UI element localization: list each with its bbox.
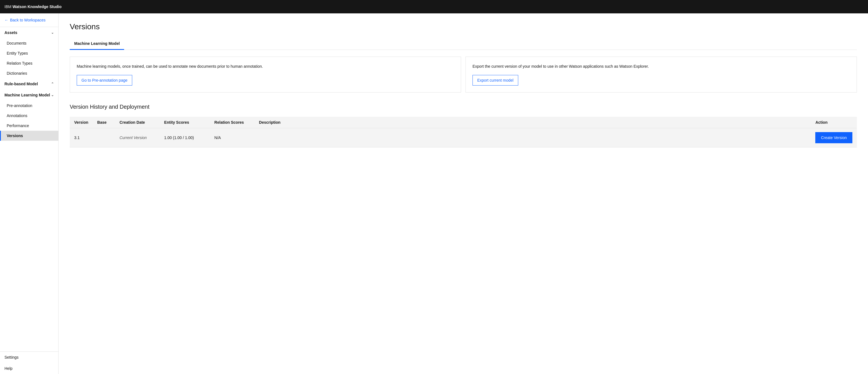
- sidebar-item-settings[interactable]: Settings: [0, 352, 58, 363]
- back-arrow-icon: ←: [4, 18, 8, 22]
- sidebar-bottom: Settings Help: [0, 351, 58, 374]
- sidebar-item-versions[interactable]: Versions: [0, 131, 58, 141]
- rule-based-label: Rule-based Model: [4, 82, 38, 86]
- create-version-button[interactable]: Create Version: [815, 132, 852, 143]
- rule-based-chevron-icon: ⌃: [51, 82, 54, 86]
- table-head: Version Base Creation Date Entity Scores…: [70, 117, 857, 128]
- cell-creation-date: Current Version: [115, 128, 160, 147]
- sidebar-item-help[interactable]: Help: [0, 363, 58, 374]
- assets-chevron-icon: ⌄: [51, 31, 54, 35]
- assets-items: Documents Entity Types Relation Types Di…: [0, 38, 58, 78]
- top-nav: IBM Watson Knowledge Studio: [0, 0, 868, 13]
- app-title: IBM Watson Knowledge Studio: [4, 4, 62, 9]
- app-name: Watson Knowledge Studio: [12, 4, 62, 9]
- page-title: Versions: [70, 22, 857, 31]
- sidebar-item-performance[interactable]: Performance: [0, 121, 58, 131]
- card-right-description: Export the current version of your model…: [472, 64, 850, 69]
- sidebar-item-annotations[interactable]: Annotations: [0, 111, 58, 121]
- col-header-creation-date: Creation Date: [115, 117, 160, 128]
- back-link-label: Back to Workspaces: [10, 18, 45, 22]
- table-body: 3.1 Current Version 1.00 (1.00 / 1.00) N…: [70, 128, 857, 147]
- cell-version: 3.1: [70, 128, 93, 147]
- col-header-entity-scores: Entity Scores: [160, 117, 210, 128]
- tabs-bar: Machine Learning Model: [70, 38, 857, 50]
- col-header-version: Version: [70, 117, 93, 128]
- brand-name: IBM: [4, 4, 11, 9]
- col-header-base: Base: [93, 117, 115, 128]
- cell-action: Create Version: [811, 128, 857, 147]
- sidebar: ← Back to Workspaces Assets ⌄ Documents …: [0, 13, 59, 374]
- cell-base: [93, 128, 115, 147]
- cards-row: Machine learning models, once trained, c…: [70, 57, 857, 93]
- col-header-description: Description: [255, 117, 811, 128]
- sidebar-item-documents[interactable]: Documents: [0, 38, 58, 48]
- go-to-preannotation-button[interactable]: Go to Pre-annotation page: [77, 75, 132, 86]
- ml-model-section-header[interactable]: Machine Learning Model ⌄: [0, 90, 58, 101]
- current-version-label: Current Version: [120, 135, 147, 140]
- col-header-relation-scores: Relation Scores: [210, 117, 255, 128]
- sidebar-section-rule-based: Rule-based Model ⌃: [0, 78, 58, 90]
- sidebar-item-relation-types[interactable]: Relation Types: [0, 58, 58, 68]
- ml-model-items: Pre-annotation Annotations Performance V…: [0, 101, 58, 141]
- assets-label: Assets: [4, 30, 17, 35]
- cell-relation-scores: N/A: [210, 128, 255, 147]
- cell-entity-scores: 1.00 (1.00 / 1.00): [160, 128, 210, 147]
- export-model-button[interactable]: Export current model: [472, 75, 518, 86]
- table-header-row: Version Base Creation Date Entity Scores…: [70, 117, 857, 128]
- main-content: Versions Machine Learning Model Machine …: [59, 13, 868, 374]
- card-left-description: Machine learning models, once trained, c…: [77, 64, 454, 69]
- version-history-heading: Version History and Deployment: [70, 104, 857, 110]
- tab-ml-model[interactable]: Machine Learning Model: [70, 38, 124, 50]
- sidebar-item-dictionaries[interactable]: Dictionaries: [0, 68, 58, 78]
- sidebar-item-pre-annotation[interactable]: Pre-annotation: [0, 101, 58, 111]
- table-row: 3.1 Current Version 1.00 (1.00 / 1.00) N…: [70, 128, 857, 147]
- rule-based-section-header[interactable]: Rule-based Model ⌃: [0, 78, 58, 90]
- sidebar-item-entity-types[interactable]: Entity Types: [0, 48, 58, 58]
- versions-table: Version Base Creation Date Entity Scores…: [70, 117, 857, 147]
- cell-description: [255, 128, 811, 147]
- back-to-workspaces-link[interactable]: ← Back to Workspaces: [0, 13, 58, 27]
- assets-section-header[interactable]: Assets ⌄: [0, 27, 58, 38]
- card-pre-annotation: Machine learning models, once trained, c…: [70, 57, 461, 93]
- card-export: Export the current version of your model…: [466, 57, 857, 93]
- ml-model-chevron-icon: ⌄: [51, 93, 54, 97]
- sidebar-section-ml-model: Machine Learning Model ⌄ Pre-annotation …: [0, 90, 58, 141]
- ml-model-label: Machine Learning Model: [4, 93, 50, 97]
- app-body: ← Back to Workspaces Assets ⌄ Documents …: [0, 13, 868, 374]
- col-header-action: Action: [811, 117, 857, 128]
- sidebar-section-assets: Assets ⌄ Documents Entity Types Relation…: [0, 27, 58, 78]
